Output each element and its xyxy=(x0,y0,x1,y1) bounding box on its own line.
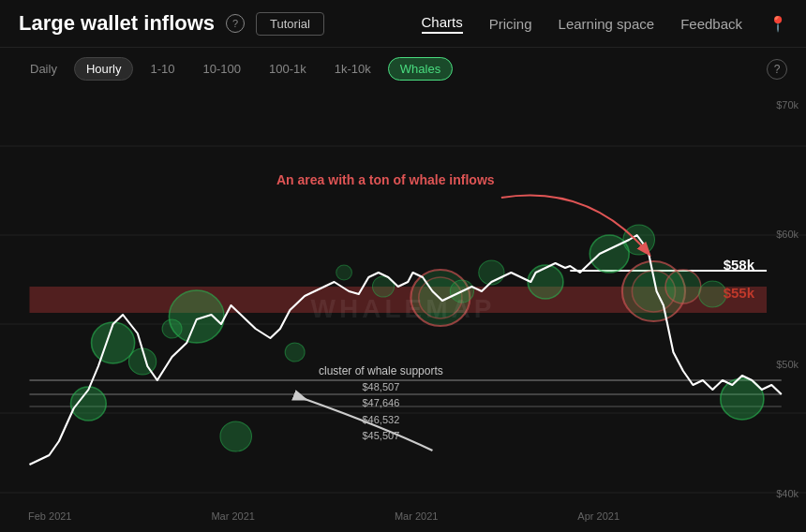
filter-1-10[interactable]: 1-10 xyxy=(139,58,186,80)
nav-learning-space[interactable]: Learning space xyxy=(559,16,655,32)
location-icon[interactable]: 📍 xyxy=(769,15,787,33)
svg-point-11 xyxy=(92,322,135,363)
nav-pricing[interactable]: Pricing xyxy=(489,16,532,32)
chart-area: $70k $60k $50k $40k Feb 2021 Mar 2021 Ma… xyxy=(0,90,806,527)
filter-bar: Daily Hourly 1-10 10-100 100-1k 1k-10k W… xyxy=(0,48,806,90)
filter-100-1k[interactable]: 100-1k xyxy=(258,58,318,80)
chart-svg xyxy=(0,90,806,527)
svg-point-28 xyxy=(336,265,352,280)
filter-daily[interactable]: Daily xyxy=(19,58,68,80)
chart-info-icon[interactable]: ? xyxy=(767,59,787,80)
svg-point-22 xyxy=(665,270,701,303)
page-title: Large wallet inflows xyxy=(19,11,215,36)
header-nav: Charts Pricing Learning space Feedback 📍 xyxy=(422,14,788,34)
filter-10-100[interactable]: 10-100 xyxy=(192,58,252,80)
svg-point-23 xyxy=(699,281,726,307)
svg-point-19 xyxy=(528,265,563,299)
filter-hourly[interactable]: Hourly xyxy=(74,57,134,81)
header: Large wallet inflows ? Tutorial Charts P… xyxy=(0,0,806,48)
svg-point-14 xyxy=(169,290,224,343)
nav-feedback[interactable]: Feedback xyxy=(680,16,742,32)
svg-point-27 xyxy=(285,343,305,362)
nav-charts[interactable]: Charts xyxy=(422,14,463,34)
svg-point-10 xyxy=(71,387,107,421)
filter-whales[interactable]: Whales xyxy=(388,57,453,81)
help-icon[interactable]: ? xyxy=(226,14,245,33)
tutorial-button[interactable]: Tutorial xyxy=(256,12,324,36)
filter-1k-10k[interactable]: 1k-10k xyxy=(323,58,382,80)
svg-point-15 xyxy=(220,421,252,451)
header-left: Large wallet inflows ? Tutorial xyxy=(19,11,324,36)
